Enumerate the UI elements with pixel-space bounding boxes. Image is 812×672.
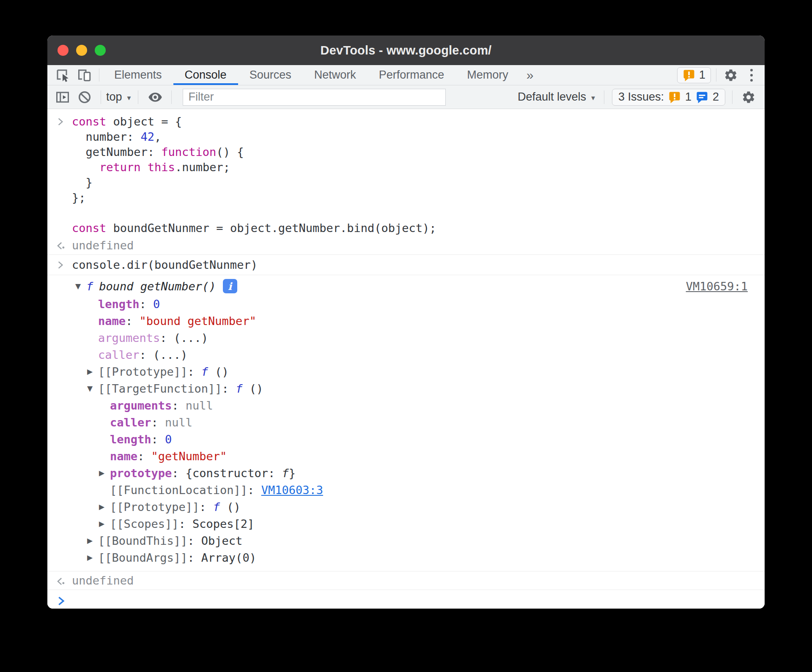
code-segment: null (165, 416, 192, 429)
code-segment[interactable]: (...) (174, 331, 208, 344)
issue-warning-icon (683, 69, 695, 82)
code-segment: 42 (141, 130, 155, 143)
code-segment: number: (72, 130, 141, 143)
collapse-triangle-icon[interactable]: ▼ (87, 384, 98, 393)
code-segment: [[FunctionLocation]] (110, 484, 247, 497)
property-row: name: "getNumber" (47, 448, 748, 464)
code-segment: Scopes[2] (192, 517, 254, 530)
code-segment: arguments (110, 399, 172, 412)
code-segment: name (110, 450, 137, 463)
expand-triangle-icon[interactable]: ▶ (87, 536, 98, 545)
property-row: arguments: (...) (47, 329, 748, 346)
context-label: top (106, 90, 122, 104)
issues-count: 1 (699, 68, 705, 82)
code-segment: {constructor: (186, 467, 282, 480)
console-toolbar: top ▼ Default levels ▼ 3 Issues: (47, 85, 765, 109)
code-segment: getNumber: (72, 145, 161, 158)
source-location-link[interactable]: VM10659:1 (686, 280, 748, 293)
more-panels-button[interactable]: » (520, 65, 540, 85)
return-value-arrow-icon (55, 575, 67, 587)
code-segment: Array(0) (201, 551, 256, 564)
javascript-context-dropdown[interactable]: top ▼ (106, 90, 132, 104)
gutter (55, 260, 72, 270)
tab-elements[interactable]: Elements (103, 65, 173, 85)
message-bubble-icon (696, 91, 708, 104)
tab-performance[interactable]: Performance (368, 65, 456, 85)
settings-button[interactable] (720, 65, 742, 85)
show-console-sidebar-button[interactable] (52, 90, 74, 105)
code-segment: f (236, 382, 250, 395)
console-prompt-chevron-icon (55, 595, 67, 607)
console-settings-button[interactable] (739, 90, 758, 104)
code-segment: }; (72, 191, 86, 204)
expand-triangle-icon[interactable]: ▶ (99, 503, 110, 511)
window-title: DevTools - www.google.com/ (321, 44, 492, 57)
gutter (55, 239, 72, 251)
console-prompt[interactable] (47, 590, 765, 609)
expand-triangle-icon[interactable]: ▶ (99, 519, 110, 528)
tab-memory[interactable]: Memory (455, 65, 520, 85)
source-location-link[interactable]: VM10603:3 (261, 484, 323, 497)
inspect-element-button[interactable] (52, 65, 74, 85)
code-segment: } (72, 176, 93, 189)
code-line: number: 42, (72, 129, 436, 145)
code-segment: : (151, 433, 165, 446)
divider (604, 90, 604, 104)
collapse-triangle-icon[interactable]: ▼ (75, 282, 86, 290)
code-segment: [[Scopes]] (110, 517, 179, 530)
traffic-lights (58, 36, 106, 65)
code-line: return this.number; (72, 160, 436, 175)
clear-console-icon (77, 90, 92, 104)
issues-summary-button[interactable]: 3 Issues: 1 2 (612, 89, 725, 106)
gutter (55, 595, 72, 607)
customize-devtools-button[interactable] (742, 65, 761, 85)
eye-icon (147, 89, 163, 105)
minimize-window-button[interactable] (76, 45, 87, 56)
divider (101, 90, 101, 104)
expand-triangle-icon[interactable]: ▶ (99, 469, 110, 477)
result-value: undefined (72, 574, 134, 587)
info-badge-icon[interactable]: i (223, 279, 237, 293)
issue-warning-icon (668, 91, 681, 104)
fullscreen-window-button[interactable] (95, 45, 106, 56)
warning-issue-count: 1 (685, 90, 691, 104)
clear-console-button[interactable] (74, 90, 96, 104)
code-segment: : (140, 298, 154, 311)
code-segment: .number; (175, 161, 230, 174)
code-segment: caller (98, 348, 140, 361)
gutter (55, 574, 72, 587)
tab-console[interactable]: Console (173, 65, 238, 85)
property-row: ▶[[BoundThis]]: Object (47, 532, 748, 549)
code-segment[interactable]: (...) (153, 348, 187, 361)
toggle-device-toolbar-button[interactable] (74, 65, 96, 85)
code-segment: length (110, 433, 151, 446)
expand-triangle-icon[interactable]: ▶ (87, 367, 98, 376)
expand-triangle-icon[interactable]: ▶ (87, 553, 98, 562)
code-segment: : (151, 416, 165, 429)
close-window-button[interactable] (58, 45, 69, 56)
code-segment: f (282, 467, 288, 480)
tab-network[interactable]: Network (303, 65, 368, 85)
function-name: bound getNumber() (99, 280, 216, 293)
code-segment: : (187, 534, 201, 547)
code-line: const object = { (72, 114, 436, 129)
create-live-expression-button[interactable] (144, 89, 166, 105)
code-segment: function (161, 145, 216, 158)
property-row: caller: null (47, 414, 748, 431)
code-segment: () (250, 382, 263, 395)
code-segment: : (187, 551, 201, 564)
message-issue-count: 2 (713, 90, 719, 104)
property-row: ▶prototype: {constructor: f} (47, 464, 748, 481)
code-segment: arguments (98, 331, 160, 344)
code-segment: [[TargetFunction]] (98, 382, 222, 395)
property-row: length: 0 (47, 431, 748, 448)
issues-count-button[interactable]: 1 (677, 67, 711, 83)
tab-sources[interactable]: Sources (238, 65, 303, 85)
log-levels-dropdown[interactable]: Default levels ▼ (518, 90, 596, 104)
code-segment: : (179, 517, 193, 530)
chevron-down-icon: ▼ (126, 94, 132, 101)
filter-input[interactable] (183, 89, 446, 106)
inspect-cursor-icon (55, 68, 70, 83)
code-segment: () (227, 500, 241, 514)
code-line: }; (72, 190, 436, 205)
